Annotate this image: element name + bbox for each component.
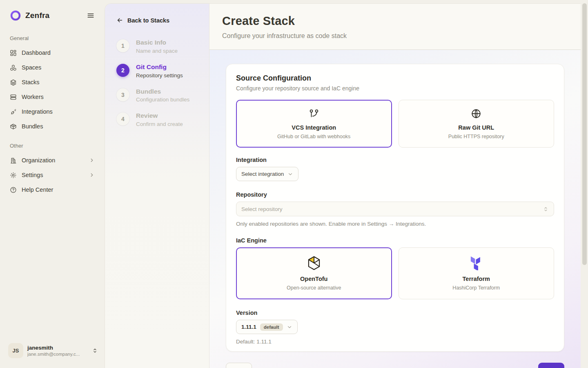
dashboard-icon [10, 49, 17, 56]
repository-help-text: Only enabled repositories are shown. Ena… [236, 221, 554, 227]
terraform-icon [470, 256, 483, 270]
back-button[interactable] [226, 363, 252, 368]
step-desc: Name and space [136, 48, 178, 54]
option-vcs-integration[interactable]: VCS Integration GitHub or GitLab with we… [236, 100, 392, 148]
option-title: VCS Integration [292, 124, 336, 131]
sidebar-item-dashboard[interactable]: Dashboard [7, 45, 98, 60]
git-branch-icon [309, 108, 319, 119]
brand-name: Zenfra [25, 11, 49, 20]
sidebar-item-spaces[interactable]: Spaces [7, 60, 98, 75]
user-menu[interactable]: JS janesmith jane.smith@company.c... [0, 339, 105, 362]
chevron-up-down-icon [543, 206, 549, 212]
section-subtitle: Configure your repository source and IaC… [236, 85, 554, 92]
scrollbar-thumb[interactable] [582, 3, 587, 265]
step-title: Git Config [136, 63, 183, 71]
option-opentofu[interactable]: OpenTofu Open-source alternative [236, 247, 392, 299]
repository-select[interactable]: Select repository [236, 202, 554, 216]
sidebar-nav: General Dashboard Spaces Stacks Workers [0, 35, 105, 197]
nav-section-general: General [7, 35, 98, 41]
repository-label: Repository [236, 191, 554, 198]
next-button[interactable] [538, 363, 564, 368]
integration-label: Integration [236, 157, 554, 163]
step-number: 1 [116, 39, 129, 52]
sidebar-item-label: Integrations [22, 108, 53, 115]
opentofu-icon [307, 256, 321, 270]
option-title: OpenTofu [300, 276, 327, 282]
version-select[interactable]: 1.11.1 default [236, 320, 298, 334]
chevron-down-icon [287, 324, 292, 330]
settings-icon [10, 172, 17, 179]
integrations-icon [10, 108, 17, 115]
chevron-right-icon [89, 172, 95, 178]
option-desc: HashiCorp Terraform [452, 285, 500, 291]
sidebar-item-label: Bundles [22, 123, 43, 130]
brand-row: Zenfra [0, 0, 105, 21]
page-subtitle: Configure your infrastructure as code st… [222, 32, 564, 40]
source-type-options: VCS Integration GitHub or GitLab with we… [236, 100, 554, 148]
step-number: 3 [116, 88, 129, 101]
iac-engine-label: IaC Engine [236, 237, 554, 244]
globe-icon [471, 108, 481, 119]
wizard-stepper-panel: Back to Stacks 1 Basic Info Name and spa… [105, 4, 209, 368]
organization-icon [10, 157, 17, 164]
sidebar-item-stacks[interactable]: Stacks [7, 75, 98, 90]
workers-icon [10, 94, 17, 101]
user-name: janesmith [27, 345, 80, 351]
chevron-up-down-icon [92, 348, 98, 354]
sidebar-item-label: Help Center [22, 186, 53, 193]
main-panel: Create Stack Configure your infrastructu… [209, 4, 581, 368]
sidebar-item-organization[interactable]: Organization [7, 153, 98, 168]
option-desc: GitHub or GitLab with webhooks [277, 134, 350, 139]
menu-icon[interactable] [85, 10, 96, 21]
chevron-right-icon [89, 157, 95, 163]
option-desc: Public HTTPS repository [448, 134, 504, 139]
step-desc: Configuration bundles [136, 96, 189, 103]
default-badge: default [260, 323, 283, 331]
sidebar-item-help-center[interactable]: Help Center [7, 182, 98, 197]
option-raw-git-url[interactable]: Raw Git URL Public HTTPS repository [399, 100, 555, 148]
user-email: jane.smith@company.c... [27, 352, 80, 357]
page-content: Source Configuration Configure your repo… [209, 50, 581, 368]
step-desc: Repository settings [136, 72, 183, 79]
sidebar-item-label: Workers [22, 94, 44, 100]
back-to-stacks-link[interactable]: Back to Stacks [105, 4, 209, 24]
option-desc: Open-source alternative [287, 285, 341, 291]
help-icon [10, 186, 17, 193]
step-bundles[interactable]: 3 Bundles Configuration bundles [116, 88, 199, 103]
sidebar-item-integrations[interactable]: Integrations [7, 104, 98, 119]
stacks-icon [10, 79, 17, 86]
source-configuration-card: Source Configuration Configure your repo… [226, 64, 564, 352]
section-title: Source Configuration [236, 74, 554, 83]
step-title: Bundles [136, 88, 189, 95]
step-basic-info[interactable]: 1 Basic Info Name and space [116, 39, 199, 54]
sidebar-item-label: Organization [22, 157, 55, 164]
wizard-steps: 1 Basic Info Name and space 2 Git Config… [105, 39, 209, 127]
option-terraform[interactable]: Terraform HashiCorp Terraform [399, 247, 555, 299]
sidebar-item-workers[interactable]: Workers [7, 90, 98, 104]
avatar: JS [8, 343, 23, 358]
sidebar-item-label: Spaces [22, 64, 41, 71]
step-number: 4 [116, 112, 129, 126]
step-review[interactable]: 4 Review Confirm and create [116, 112, 199, 127]
arrow-left-icon [116, 17, 123, 24]
option-title: Terraform [463, 276, 490, 282]
step-title: Basic Info [136, 39, 178, 46]
app-shell: Back to Stacks 1 Basic Info Name and spa… [105, 3, 581, 368]
zenfra-logo-icon [10, 10, 21, 21]
sidebar-item-bundles[interactable]: Bundles [7, 119, 98, 134]
step-desc: Confirm and create [136, 121, 183, 127]
sidebar: Zenfra General Dashboard Spaces Stacks [0, 0, 105, 368]
step-title: Review [136, 112, 183, 119]
bundles-icon [10, 123, 17, 130]
version-label: Version [236, 310, 554, 316]
sidebar-item-settings[interactable]: Settings [7, 168, 98, 182]
step-number: 2 [116, 64, 129, 77]
integration-select[interactable]: Select integration [236, 167, 298, 181]
sidebar-item-label: Stacks [22, 79, 40, 85]
option-title: Raw Git URL [458, 124, 494, 131]
step-git-config[interactable]: 2 Git Config Repository settings [116, 64, 199, 79]
nav-section-other: Other [7, 143, 98, 149]
version-help-text: Default: 1.11.1 [236, 339, 554, 345]
page-header: Create Stack Configure your infrastructu… [209, 4, 581, 50]
wizard-actions [226, 363, 564, 368]
